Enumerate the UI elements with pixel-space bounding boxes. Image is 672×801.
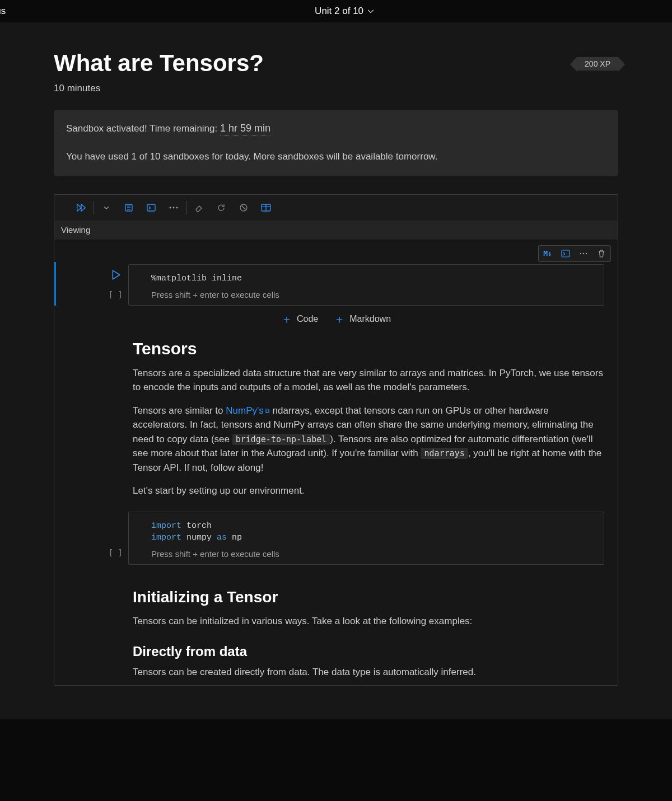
md-heading: Tensors [133, 339, 604, 358]
trash-icon [598, 249, 605, 258]
eraser-icon [194, 203, 203, 212]
run-all-button[interactable] [70, 198, 92, 218]
markdown-cell: Initializing a Tensor Tensors can be ini… [54, 588, 618, 680]
code-content[interactable]: import numpy as np [151, 532, 594, 544]
markdown-cell: Tensors Tensors are a specialized data s… [54, 339, 618, 498]
svg-point-15 [583, 253, 584, 254]
plus-icon: ＋ [281, 313, 292, 325]
sandbox-status-panel: Sandbox activated! Time remaining: 1 hr … [54, 110, 618, 176]
outline-button[interactable] [118, 198, 140, 218]
variables-button[interactable] [255, 198, 277, 218]
svg-point-5 [170, 207, 171, 208]
ellipsis-icon [580, 252, 587, 255]
execution-count: [ ] [109, 548, 123, 557]
notebook-toolbar [54, 195, 618, 221]
execute-hint: Press shift + enter to execute cells [151, 549, 594, 559]
svg-rect-4 [147, 204, 155, 211]
add-code-button[interactable]: ＋ Code [281, 313, 318, 325]
sandbox-usage-text: You have used 1 of 10 sandboxes for toda… [66, 149, 606, 164]
svg-rect-13 [562, 250, 570, 257]
chevron-down-icon [103, 204, 110, 211]
refresh-icon [217, 203, 226, 212]
unit-nav: Previous Unit 2 of 10 Next [0, 0, 672, 22]
restart-button[interactable] [210, 198, 232, 218]
add-cell-row: ＋ Code ＋ Markdown [54, 306, 618, 335]
svg-point-6 [173, 207, 175, 208]
md-paragraph: Tensors can be initialized in various wa… [133, 614, 604, 629]
cell-split-button[interactable] [557, 246, 575, 261]
external-link-icon: ⧉ [265, 406, 270, 416]
code-content[interactable]: import torch [151, 520, 594, 532]
interrupt-button[interactable] [232, 198, 255, 218]
run-dropdown-button[interactable] [95, 198, 118, 218]
md-paragraph: Tensors can be created directly from dat… [133, 665, 604, 680]
chevron-down-icon [367, 7, 375, 15]
code-cell[interactable]: [ ] import torch import numpy as np Pres… [54, 509, 618, 565]
run-cell-button[interactable] [111, 270, 120, 280]
page-title: What are Tensors? [54, 49, 264, 77]
terminal-button[interactable] [140, 198, 162, 218]
notebook-status-bar: Viewing [54, 221, 618, 240]
md-paragraph: Tensors are a specialized data structure… [133, 366, 604, 395]
code-cell[interactable]: [ ] %matplotlib inline Press shift + ent… [54, 262, 618, 306]
md-paragraph: Let's start by setting up our environmen… [133, 484, 604, 498]
numpy-link[interactable]: NumPy's⧉ [226, 405, 269, 416]
svg-line-9 [242, 205, 246, 209]
cell-more-button[interactable] [575, 246, 592, 261]
md-paragraph: Tensors are similar to NumPy's⧉ ndarrays… [133, 404, 604, 475]
clear-outputs-button[interactable] [188, 198, 210, 218]
add-markdown-button[interactable]: ＋ Markdown [334, 313, 391, 325]
cell-delete-button[interactable] [592, 246, 610, 261]
inline-code: bridge-to-np-label [232, 434, 330, 445]
unit-indicator[interactable]: Unit 2 of 10 [315, 6, 375, 17]
svg-point-7 [176, 207, 178, 208]
md-heading: Initializing a Tensor [133, 588, 604, 606]
prev-button[interactable]: Previous [0, 6, 6, 17]
execute-hint: Press shift + enter to execute cells [151, 290, 594, 299]
plus-icon: ＋ [334, 313, 345, 325]
inline-code: ndarrays [421, 448, 468, 459]
sandbox-time-remaining: 1 hr 59 min [220, 123, 270, 135]
stop-circle-icon [239, 203, 248, 212]
notebook-frame: Viewing M↓ [ ] [54, 194, 618, 686]
svg-point-16 [586, 253, 587, 254]
execution-count: [ ] [109, 290, 123, 299]
code-content[interactable]: %matplotlib inline [151, 273, 594, 284]
svg-point-14 [580, 253, 581, 254]
ellipsis-icon [169, 207, 178, 209]
sandbox-line1-prefix: Sandbox activated! Time remaining: [66, 123, 220, 134]
xp-badge: 200 XP [577, 57, 618, 71]
more-button[interactable] [162, 198, 185, 218]
md-subheading: Directly from data [133, 644, 604, 659]
cell-markdown-toggle[interactable]: M↓ [539, 246, 557, 261]
duration-label: 10 minutes [54, 83, 618, 94]
cell-toolbar: M↓ [538, 245, 611, 262]
